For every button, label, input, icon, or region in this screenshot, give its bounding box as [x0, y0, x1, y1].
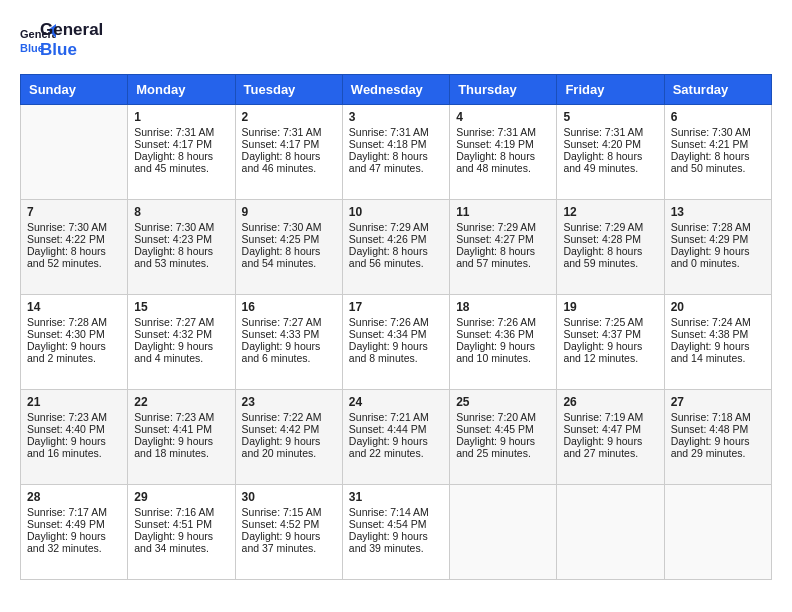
daylight: Daylight: 9 hours and 32 minutes.	[27, 530, 106, 554]
sunrise: Sunrise: 7:31 AM	[349, 126, 429, 138]
daylight: Daylight: 8 hours and 54 minutes.	[242, 245, 321, 269]
sunset: Sunset: 4:45 PM	[456, 423, 534, 435]
daylight: Daylight: 8 hours and 49 minutes.	[563, 150, 642, 174]
calendar-cell: 18 Sunrise: 7:26 AM Sunset: 4:36 PM Dayl…	[450, 295, 557, 390]
sunrise: Sunrise: 7:30 AM	[242, 221, 322, 233]
col-header-monday: Monday	[128, 75, 235, 105]
sunrise: Sunrise: 7:22 AM	[242, 411, 322, 423]
daylight: Daylight: 8 hours and 48 minutes.	[456, 150, 535, 174]
calendar-cell: 23 Sunrise: 7:22 AM Sunset: 4:42 PM Dayl…	[235, 390, 342, 485]
sunrise: Sunrise: 7:18 AM	[671, 411, 751, 423]
calendar-cell	[557, 485, 664, 580]
calendar-week-4: 21 Sunrise: 7:23 AM Sunset: 4:40 PM Dayl…	[21, 390, 772, 485]
page-header: General Blue General Blue	[20, 20, 772, 59]
sunrise: Sunrise: 7:23 AM	[27, 411, 107, 423]
sunrise: Sunrise: 7:27 AM	[242, 316, 322, 328]
calendar-week-5: 28 Sunrise: 7:17 AM Sunset: 4:49 PM Dayl…	[21, 485, 772, 580]
daylight: Daylight: 8 hours and 45 minutes.	[134, 150, 213, 174]
calendar-cell: 22 Sunrise: 7:23 AM Sunset: 4:41 PM Dayl…	[128, 390, 235, 485]
logo-blue: Blue	[40, 40, 103, 60]
calendar-cell: 14 Sunrise: 7:28 AM Sunset: 4:30 PM Dayl…	[21, 295, 128, 390]
day-number: 22	[134, 395, 228, 409]
daylight: Daylight: 9 hours and 4 minutes.	[134, 340, 213, 364]
sunset: Sunset: 4:25 PM	[242, 233, 320, 245]
sunset: Sunset: 4:52 PM	[242, 518, 320, 530]
day-number: 17	[349, 300, 443, 314]
day-number: 18	[456, 300, 550, 314]
day-number: 13	[671, 205, 765, 219]
calendar-cell: 17 Sunrise: 7:26 AM Sunset: 4:34 PM Dayl…	[342, 295, 449, 390]
calendar-cell: 30 Sunrise: 7:15 AM Sunset: 4:52 PM Dayl…	[235, 485, 342, 580]
sunset: Sunset: 4:34 PM	[349, 328, 427, 340]
sunset: Sunset: 4:36 PM	[456, 328, 534, 340]
sunrise: Sunrise: 7:31 AM	[242, 126, 322, 138]
day-number: 29	[134, 490, 228, 504]
calendar-cell: 6 Sunrise: 7:30 AM Sunset: 4:21 PM Dayli…	[664, 105, 771, 200]
sunrise: Sunrise: 7:28 AM	[671, 221, 751, 233]
daylight: Daylight: 8 hours and 59 minutes.	[563, 245, 642, 269]
sunrise: Sunrise: 7:30 AM	[134, 221, 214, 233]
sunset: Sunset: 4:22 PM	[27, 233, 105, 245]
sunrise: Sunrise: 7:23 AM	[134, 411, 214, 423]
day-number: 28	[27, 490, 121, 504]
day-number: 12	[563, 205, 657, 219]
calendar-cell: 10 Sunrise: 7:29 AM Sunset: 4:26 PM Dayl…	[342, 200, 449, 295]
sunrise: Sunrise: 7:17 AM	[27, 506, 107, 518]
calendar-cell: 3 Sunrise: 7:31 AM Sunset: 4:18 PM Dayli…	[342, 105, 449, 200]
calendar-cell: 4 Sunrise: 7:31 AM Sunset: 4:19 PM Dayli…	[450, 105, 557, 200]
daylight: Daylight: 9 hours and 16 minutes.	[27, 435, 106, 459]
logo: General Blue General Blue	[20, 20, 103, 59]
sunrise: Sunrise: 7:30 AM	[27, 221, 107, 233]
daylight: Daylight: 9 hours and 22 minutes.	[349, 435, 428, 459]
sunrise: Sunrise: 7:31 AM	[134, 126, 214, 138]
daylight: Daylight: 9 hours and 2 minutes.	[27, 340, 106, 364]
calendar-week-2: 7 Sunrise: 7:30 AM Sunset: 4:22 PM Dayli…	[21, 200, 772, 295]
calendar-cell	[664, 485, 771, 580]
daylight: Daylight: 9 hours and 29 minutes.	[671, 435, 750, 459]
daylight: Daylight: 9 hours and 37 minutes.	[242, 530, 321, 554]
col-header-saturday: Saturday	[664, 75, 771, 105]
sunrise: Sunrise: 7:20 AM	[456, 411, 536, 423]
daylight: Daylight: 9 hours and 39 minutes.	[349, 530, 428, 554]
sunset: Sunset: 4:29 PM	[671, 233, 749, 245]
sunset: Sunset: 4:18 PM	[349, 138, 427, 150]
sunrise: Sunrise: 7:29 AM	[563, 221, 643, 233]
day-number: 11	[456, 205, 550, 219]
sunset: Sunset: 4:48 PM	[671, 423, 749, 435]
calendar-cell: 8 Sunrise: 7:30 AM Sunset: 4:23 PM Dayli…	[128, 200, 235, 295]
day-number: 16	[242, 300, 336, 314]
daylight: Daylight: 9 hours and 25 minutes.	[456, 435, 535, 459]
sunrise: Sunrise: 7:31 AM	[456, 126, 536, 138]
daylight: Daylight: 9 hours and 6 minutes.	[242, 340, 321, 364]
daylight: Daylight: 9 hours and 34 minutes.	[134, 530, 213, 554]
col-header-thursday: Thursday	[450, 75, 557, 105]
sunrise: Sunrise: 7:29 AM	[349, 221, 429, 233]
calendar-cell: 25 Sunrise: 7:20 AM Sunset: 4:45 PM Dayl…	[450, 390, 557, 485]
sunrise: Sunrise: 7:31 AM	[563, 126, 643, 138]
calendar-cell: 31 Sunrise: 7:14 AM Sunset: 4:54 PM Dayl…	[342, 485, 449, 580]
day-number: 7	[27, 205, 121, 219]
calendar-cell: 1 Sunrise: 7:31 AM Sunset: 4:17 PM Dayli…	[128, 105, 235, 200]
sunset: Sunset: 4:54 PM	[349, 518, 427, 530]
daylight: Daylight: 8 hours and 56 minutes.	[349, 245, 428, 269]
col-header-wednesday: Wednesday	[342, 75, 449, 105]
sunrise: Sunrise: 7:30 AM	[671, 126, 751, 138]
sunrise: Sunrise: 7:28 AM	[27, 316, 107, 328]
day-number: 23	[242, 395, 336, 409]
sunrise: Sunrise: 7:27 AM	[134, 316, 214, 328]
daylight: Daylight: 9 hours and 12 minutes.	[563, 340, 642, 364]
col-header-sunday: Sunday	[21, 75, 128, 105]
sunset: Sunset: 4:40 PM	[27, 423, 105, 435]
calendar-cell	[450, 485, 557, 580]
day-number: 20	[671, 300, 765, 314]
sunset: Sunset: 4:28 PM	[563, 233, 641, 245]
calendar-cell: 20 Sunrise: 7:24 AM Sunset: 4:38 PM Dayl…	[664, 295, 771, 390]
day-number: 3	[349, 110, 443, 124]
sunset: Sunset: 4:44 PM	[349, 423, 427, 435]
sunset: Sunset: 4:49 PM	[27, 518, 105, 530]
calendar-table: SundayMondayTuesdayWednesdayThursdayFrid…	[20, 74, 772, 580]
day-number: 31	[349, 490, 443, 504]
sunrise: Sunrise: 7:26 AM	[349, 316, 429, 328]
calendar-cell: 12 Sunrise: 7:29 AM Sunset: 4:28 PM Dayl…	[557, 200, 664, 295]
sunset: Sunset: 4:30 PM	[27, 328, 105, 340]
